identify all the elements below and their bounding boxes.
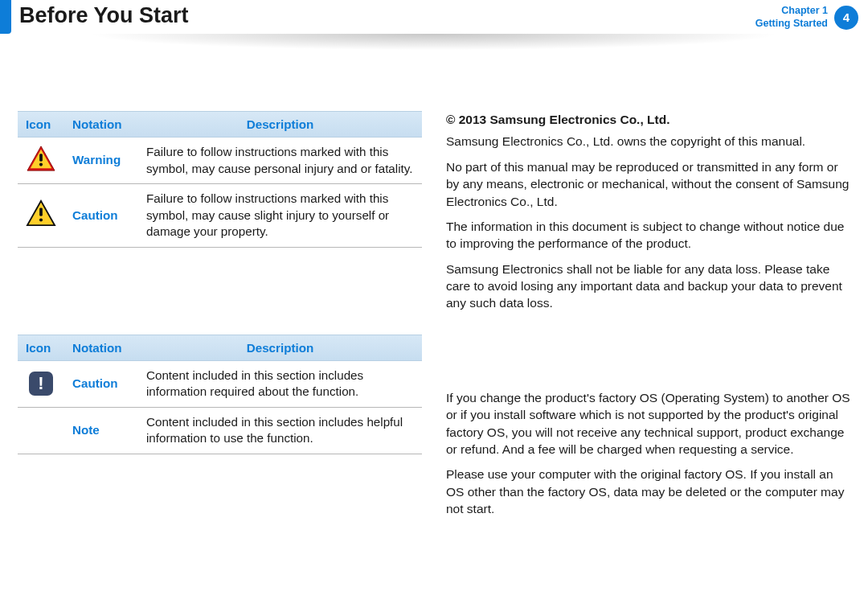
right-column: © 2013 Samsung Electronics Co., Ltd. Sam… bbox=[446, 111, 850, 525]
description-cell: Content included in this section include… bbox=[138, 360, 422, 407]
svg-point-6 bbox=[39, 218, 43, 221]
copyright-paragraph: Samsung Electronics shall not be liable … bbox=[446, 261, 850, 312]
safety-icons-table: Icon Notation Description Warn bbox=[18, 111, 422, 248]
col-notation: Notation bbox=[64, 335, 138, 360]
warning-triangle-yellow-icon bbox=[26, 199, 56, 227]
description-cell: Content included in this section include… bbox=[138, 407, 422, 454]
col-icon: Icon bbox=[18, 335, 64, 360]
copyright-title: © 2013 Samsung Electronics Co., Ltd. bbox=[446, 111, 850, 128]
notation-cell: Note bbox=[64, 407, 138, 454]
table-header-row: Icon Notation Description bbox=[18, 112, 422, 138]
copyright-paragraph: Samsung Electronics Co., Ltd. owns the c… bbox=[446, 133, 850, 150]
chapter-text: Chapter 1 Getting Started bbox=[755, 5, 828, 30]
copyright-paragraph: No part of this manual may be reproduced… bbox=[446, 158, 850, 210]
table-spacer bbox=[18, 286, 422, 335]
copyright-paragraph: The information in this document is subj… bbox=[446, 218, 850, 253]
icon-cell: ! bbox=[18, 360, 64, 407]
icon-cell bbox=[18, 407, 64, 454]
content-area: Icon Notation Description Warn bbox=[0, 47, 868, 525]
table-row: ! Caution Content included in this secti… bbox=[18, 360, 422, 407]
col-notation: Notation bbox=[64, 112, 138, 138]
table-header-row: Icon Notation Description bbox=[18, 335, 422, 360]
col-description: Description bbox=[138, 335, 422, 360]
col-icon: Icon bbox=[18, 112, 64, 138]
description-cell: Failure to follow instructions marked wi… bbox=[138, 184, 422, 248]
svg-rect-2 bbox=[39, 154, 43, 161]
page-header: Before You Start Chapter 1 Getting Start… bbox=[0, 0, 868, 47]
description-cell: Failure to follow instructions marked wi… bbox=[138, 138, 422, 184]
page-title: Before You Start bbox=[19, 3, 189, 28]
table-row: Caution Failure to follow instructions m… bbox=[18, 184, 422, 248]
svg-point-3 bbox=[39, 162, 43, 166]
notation-cell: Caution bbox=[64, 184, 138, 248]
icon-cell bbox=[18, 138, 64, 184]
chapter-label: Chapter 1 bbox=[755, 5, 828, 18]
col-description: Description bbox=[138, 112, 422, 138]
left-column: Icon Notation Description Warn bbox=[18, 111, 422, 525]
page-number-badge: 4 bbox=[834, 6, 858, 30]
notation-cell: Caution bbox=[64, 360, 138, 407]
caution-box-icon: ! bbox=[29, 372, 53, 396]
header-accent-tab bbox=[0, 0, 11, 34]
chapter-block: Chapter 1 Getting Started 4 bbox=[755, 5, 858, 30]
os-notice-paragraph: Please use your computer with the origin… bbox=[446, 466, 850, 517]
os-notice-paragraph: If you change the product's factory OS (… bbox=[446, 389, 850, 458]
section-label: Getting Started bbox=[755, 18, 828, 31]
warning-triangle-red-icon bbox=[26, 145, 56, 172]
table-row: Warning Failure to follow instructions m… bbox=[18, 138, 422, 184]
notation-cell: Warning bbox=[64, 138, 138, 184]
icon-cell bbox=[18, 184, 64, 248]
svg-rect-5 bbox=[39, 207, 43, 216]
section-spacer bbox=[446, 320, 850, 389]
info-icons-table: Icon Notation Description ! Caution Cont… bbox=[18, 335, 422, 454]
table-row: Note Content included in this section in… bbox=[18, 407, 422, 454]
